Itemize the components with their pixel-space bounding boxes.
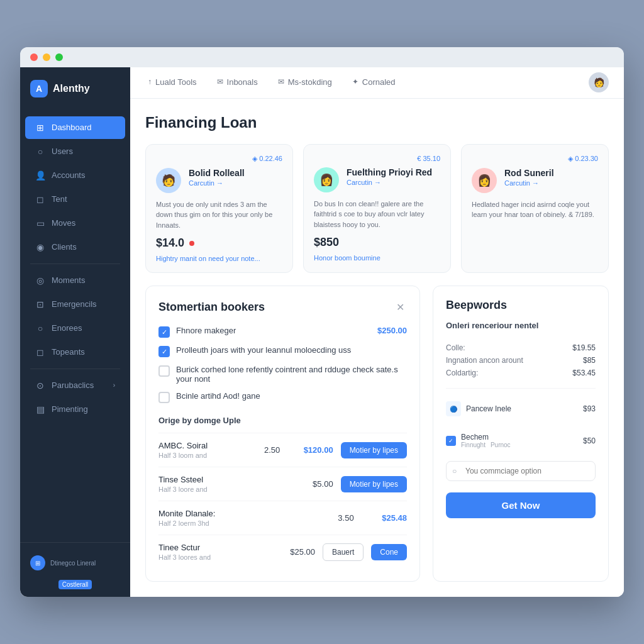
sidebar-item-label: Enorees [52,323,82,333]
close-button[interactable]: ✕ [394,299,407,316]
search-input[interactable] [446,461,596,481]
tab-cornaled[interactable]: ✦ Cornaled [350,67,398,98]
users-icon: ○ [35,147,45,157]
minimize-dot[interactable] [43,53,50,61]
top-nav: ↑ Luald Tools ✉ Inbonals ✉ Ms-stokding ✦… [130,67,624,99]
checkbox-3[interactable] [158,365,170,377]
check-icon: ✓ [162,328,167,336]
sidebar-item-label: Pimenting [52,404,88,414]
sidebar-footer-item[interactable]: ⊞ Dtinegco Lineral [25,550,125,575]
clients-icon: ◉ [35,242,45,252]
loan-card-2: € 35.10 👩 Fuelthing Prioyi Red Carcutin … [303,144,451,274]
card1-avatar: 🧑 [156,168,181,193]
user-avatar[interactable]: 🧑 [589,72,609,92]
sidebar-item-moments[interactable]: ◎ Moments [25,269,125,292]
page-title: Financing Loan [145,114,609,131]
sidebar-item-emergencils[interactable]: ⊡ Emergencils [25,293,125,316]
tab-luald-tools[interactable]: ↑ Luald Tools [145,67,199,98]
check-icon: ✓ [162,348,167,356]
card2-desc: Do bus In con clean!! galere are the fai… [314,199,440,230]
sidebar-item-label: Moves [52,218,75,228]
row4-sub: Half 3 loores and [158,553,270,561]
checkbox-2-label: Prolleuth joars with your leannul moloec… [176,345,351,355]
star-icon: ✦ [352,77,358,86]
sidebar-item-tent[interactable]: ◻ Tent [25,188,125,211]
mail2-icon: ✉ [278,77,284,86]
row1-name: AMBC. Soiral [158,441,255,450]
row3-sub: Half 2 loerm 3hd [158,519,329,527]
right-panel-item-1: 🔵 Pancew Inele $93 [446,397,596,420]
row3-name: Monite Dlanale: [158,509,329,518]
item1-icon: 🔵 [446,401,461,416]
sidebar-item-users[interactable]: ○ Users [25,140,125,163]
sidebar-item-label: Emergencils [52,299,97,309]
card1-link[interactable]: Hightry manit on need your note... [156,255,282,262]
card3-sub: Carcutin → [504,179,598,187]
tab-label: Luald Tools [155,77,197,87]
card2-avatar: 👩 [314,167,339,192]
right-panel-row: Colle: $19.55 [446,341,596,354]
sidebar-bottom: ⊞ Dtinegco Lineral Costlerall [20,542,130,597]
enorees-icon: ○ [35,323,45,333]
sidebar-item-enorees[interactable]: ○ Enorees [25,317,125,340]
sidebar-item-dashboard[interactable]: ⊞ Dashboard [25,116,125,139]
sidebar-item-pimenting[interactable]: ▤ Pimenting [25,398,125,421]
card2-badge: € 35.10 [417,155,440,162]
card2-sub: Carcutin → [347,179,440,186]
sidebar-item-topeants[interactable]: ◻ Topeants [25,341,125,364]
item2-checkbox[interactable]: ✓ [446,436,456,446]
checkbox-list: ✓ Fhnore makeger $250.00 ✓ Prolleuth j [158,326,407,403]
card2-link[interactable]: Honor boom boumine [314,254,440,262]
sidebar-nav: ⊞ Dashboard ○ Users 👤 Accounts ◻ Tent ▭ [20,110,130,543]
card1-badge: ◈ 0.22.46 [252,155,282,163]
row4-cancel-button[interactable]: Bauert [323,543,364,561]
right-panel-title: Beepwords [446,299,596,312]
footer-avatar: ⊞ [30,555,45,570]
maximize-dot[interactable] [55,53,63,61]
row-value: $53.45 [572,369,596,377]
mail-icon: ✉ [217,77,223,86]
checkbox-1-amount: $250.00 [377,326,407,335]
item1-value: $93 [583,404,596,413]
sidebar-item-parubaclics[interactable]: ⊙ Parubaclics › [25,374,125,397]
tab-inbonals[interactable]: ✉ Inbonals [214,67,260,98]
table-row: AMBC. Soiral Half 3 loom and 2.50 $120.0… [158,433,407,467]
checkbox-1[interactable]: ✓ [158,326,170,338]
page-content: Financing Loan ◈ 0.22.46 🧑 Bolid Rolleal… [130,99,624,597]
sidebar-item-accounts[interactable]: 👤 Accounts [25,164,125,187]
sidebar-item-clients[interactable]: ◉ Clients [25,236,125,258]
right-panel-row: Coldartig: $53.45 [446,367,596,379]
table-section: Orige by domge Uple AMBC. Soiral Half 3 … [158,416,407,569]
card2-amount: $850 [314,236,440,249]
row3-total: $25.48 [363,513,407,523]
row4-done-button[interactable]: Cone [371,544,407,560]
row1-total: $120.00 [289,445,333,455]
checkbox-2[interactable]: ✓ [158,346,170,357]
checkbox-4[interactable] [158,392,170,403]
row2-action-button[interactable]: Motier by lipes [341,476,407,492]
close-dot[interactable] [30,53,38,61]
pimenting-icon: ▤ [35,404,45,414]
dashboard-icon: ⊞ [35,123,45,133]
tent-icon: ◻ [35,194,45,204]
sidebar-item-label: Topeants [52,347,85,357]
tab-label: Cornaled [362,77,396,87]
sidebar-item-label: Tent [52,194,67,204]
sidebar-item-label: Clients [52,242,77,252]
loan-card-3: ◈ 0.23.30 👩 Rod Suneril Carcutin → H [461,144,609,274]
item2-value: $50 [583,436,596,445]
browser-window: A Alenthy ⊞ Dashboard ○ Users 👤 Accounts… [20,47,624,597]
footer-badge: Costlerall [58,580,92,589]
checkbox-1-label: Fhnore makeger [176,326,236,335]
chevron-right-icon: › [113,382,115,389]
row1-action-button[interactable]: Motier by lipes [341,442,407,458]
get-now-button[interactable]: Get Now [446,492,596,518]
card2-name: Fuelthing Prioyi Red [347,167,440,177]
item2-sub-left: Finnught [461,441,486,448]
sidebar-divider [30,264,120,264]
checkbox-item-4: Bcinle artihd Aod! gane [158,391,407,403]
app-container: A Alenthy ⊞ Dashboard ○ Users 👤 Accounts… [20,67,624,597]
sidebar-item-moves[interactable]: ▭ Moves [25,212,125,235]
tab-ms-stokding[interactable]: ✉ Ms-stokding [275,67,335,98]
table-row: Monite Dlanale: Half 2 loerm 3hd 3.50 $2… [158,501,407,535]
